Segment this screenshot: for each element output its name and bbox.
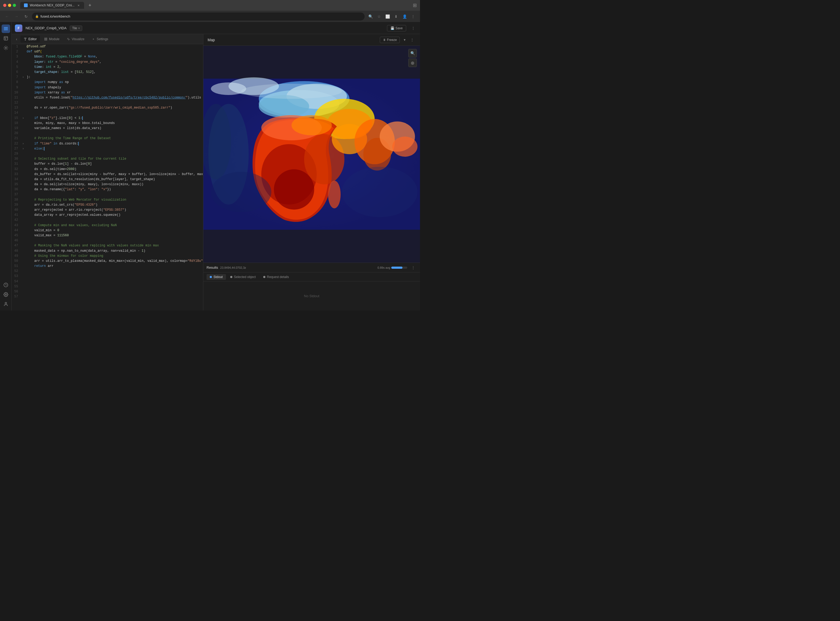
code-line-20: 20 [12,131,203,136]
sidebar-icon-user[interactable] [2,300,10,308]
code-line-5: 5 time: int = 2, [12,65,203,70]
editor-back-button[interactable]: ‹ [14,36,20,42]
close-button[interactable] [3,4,6,7]
code-line-7: 7 › ): [12,75,203,80]
svg-point-40 [241,83,342,99]
editor-tabs: ‹ Editor Module Visualize [12,34,203,44]
code-line-47: 47 # Masking the NaN values and replcing… [12,243,203,248]
code-line-11: 11 utils = fused.load("https://github.co… [12,95,203,100]
tab-close-button[interactable]: ✕ [77,3,80,7]
zoom-in-button[interactable]: 🔍 [408,49,417,58]
svg-point-9 [5,302,7,304]
sidebar-icon-files[interactable] [2,34,10,42]
svg-rect-2 [4,30,8,30]
code-line-10: 10 import xarray as xr [12,90,203,95]
code-line-46: 46 [12,238,203,243]
code-line-31: 31 buffer = ds.lon[1] - ds.lon[0] [12,162,203,167]
svg-rect-0 [4,27,8,28]
performance-bar [391,267,407,269]
tile-badge-label: Tile [72,26,77,30]
results-panel: Results 23.8494,44.0702,3z 0.89s avg ⋮ [203,263,420,310]
search-button[interactable]: 🔍 [367,13,374,20]
no-stdout-text: No Stdout [304,294,319,298]
code-line-49: 49 # Using the minmax for color mapping [12,254,203,259]
svg-point-16 [93,39,94,39]
freeze-button[interactable]: ⏸ Freeze [380,37,400,43]
extensions-button[interactable]: ⊞ [413,2,417,8]
map-container[interactable]: 🔍 ◎ [203,46,420,263]
forward-button[interactable]: → [13,13,20,20]
active-tab[interactable]: Workbench NEX_GDDP_Cmi... ✕ [20,2,84,9]
code-line-53: 53 [12,274,203,279]
map-options-button[interactable]: ⋮ [408,36,416,44]
sidebar-icon-settings[interactable] [2,290,10,299]
results-title: Results [206,265,218,270]
code-line-34: 34 da = utils.da_fit_to_resolution(ds_bu… [12,177,203,182]
results-content: No Stdout [203,282,420,310]
result-tab-selected-object[interactable]: Selected object [227,274,259,280]
maximize-button[interactable] [13,4,16,7]
bookmark-button[interactable]: ☆ [375,13,383,20]
main-content: F NEX_GDDP_Cmip6_VIDA Tile ▾ 💾 Save ⋮ [12,22,420,310]
result-tab-request-details[interactable]: Request details [260,274,292,280]
reload-button[interactable]: ↻ [22,13,30,20]
code-line-41: 41 data_array = arr_reprojected.values.s… [12,213,203,218]
code-line-38: 38 # Reprojecting to Web Mercator for vi… [12,197,203,203]
code-line-40: 40 arr_reprojected = arr.rio.reproject("… [12,208,203,213]
tab-favicon [24,3,28,7]
result-tab-stdout[interactable]: Stdout [206,274,226,280]
code-line-42: 42 [12,218,203,223]
svg-point-26 [291,115,332,135]
tab-editor[interactable]: Editor [21,36,40,42]
new-tab-button[interactable]: + [86,2,94,9]
tab-settings-label: Settings [97,37,108,41]
header-menu-button[interactable]: ⋮ [409,24,417,32]
code-line-48: 48 masked_data = np.nan_to_num(data_arra… [12,248,203,254]
code-line-44: 44 valid_min = 0 [12,228,203,233]
code-line-51: 51 return arr [12,264,203,269]
menu-button[interactable]: ⋮ [409,13,417,20]
tab-module[interactable]: Module [41,36,62,42]
screenshot-button[interactable]: ⬜ [384,13,391,20]
tab-title: Workbench NEX_GDDP_Cmi... [30,3,74,7]
freeze-label: Freeze [387,38,397,42]
minimize-button[interactable] [8,4,11,7]
map-menu-button[interactable]: ▾ [401,36,408,44]
profile-button[interactable]: 👤 [401,13,408,20]
locate-button[interactable]: ◎ [408,59,417,67]
tab-settings[interactable]: Settings [89,36,111,42]
tile-badge[interactable]: Tile ▾ [70,26,82,31]
sidebar-icon-tools[interactable] [2,44,10,52]
code-line-43: 43 # Compute min and max values, excludi… [12,223,203,228]
tab-visualize-label: Visualize [71,37,84,41]
code-line-18: 18 minx, miny, maxx, maxy = bbox.total_b… [12,121,203,126]
code-line-37: 37 [12,192,203,197]
map-panel: Map ⏸ Freeze ▾ ⋮ [203,34,420,310]
svg-point-28 [274,169,314,209]
svg-rect-13 [46,38,47,39]
code-line-9: 9 import shapely [12,85,203,90]
selected-dot [230,276,232,278]
visualize-icon [67,38,70,41]
results-menu-button[interactable]: ⋮ [409,264,417,271]
download-button[interactable]: ⬇ [392,13,400,20]
code-line-21: 21 # Printing the Time Range of the Data… [12,136,203,141]
results-header: Results 23.8494,44.0702,3z 0.89s avg ⋮ [203,263,420,273]
sidebar-icon-layers[interactable] [2,24,10,33]
code-line-12: 12 [12,100,203,105]
editor-panel: ‹ Editor Module Visualize [12,34,203,310]
code-line-29: 29 [12,151,203,156]
code-line-35: 35 da = da.sel(lat=slice(miny, maxy), lo… [12,182,203,187]
code-line-33: 33 ds_buffer = ds.sel(lat=slice(miny - b… [12,172,203,177]
editor-icon [24,38,27,41]
code-line-57: 57 [12,294,203,299]
tab-visualize[interactable]: Visualize [64,36,88,42]
code-editor[interactable]: 1 @fused.udf 2 def udf( 3 [12,44,203,310]
back-button[interactable]: ← [3,13,11,20]
app-header: F NEX_GDDP_Cmip6_VIDA Tile ▾ 💾 Save ⋮ [12,22,420,34]
code-line-56: 56 [12,289,203,294]
url-bar[interactable]: 🔒 fused.io/workbench [32,12,365,21]
sidebar-icon-history[interactable] [2,281,10,289]
save-button[interactable]: 💾 Save [387,25,406,32]
code-line-1: 1 @fused.udf [12,44,203,49]
